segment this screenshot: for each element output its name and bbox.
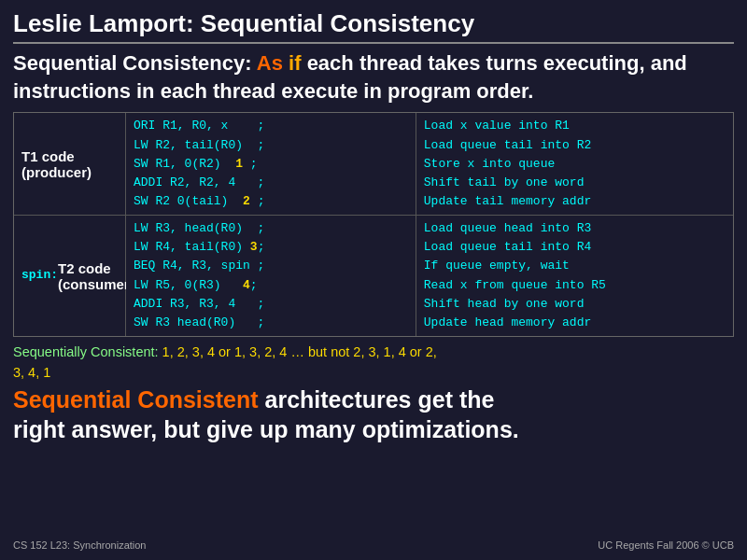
big-line2: right answer, but give up many optimizat… (13, 416, 519, 442)
slide: Leslie Lamport: Sequential Consistency S… (0, 0, 747, 560)
subtitle-if: if (289, 51, 301, 75)
seq-nums2: 3, 4, 1 (13, 365, 50, 380)
footer: CS 152 L23: Synchronization UC Regents F… (13, 539, 734, 551)
big-bottom-text: Sequential Consistent architectures get … (13, 385, 734, 445)
t1-row: T1 code (producer) ORI R1, R0, x ; LW R2… (14, 113, 733, 216)
subtitle-as: As (257, 51, 283, 75)
seq-consistent-note2: 3, 4, 1 (13, 363, 734, 382)
footer-left: CS 152 L23: Synchronization (13, 539, 146, 551)
t2-row: spin: T2 code (consumer) LW R3, head(R0)… (14, 216, 733, 336)
footer-right: UC Regents Fall 2006 © UCB (598, 539, 734, 551)
slide-title: Leslie Lamport: Sequential Consistency (13, 9, 734, 44)
seq-nums: 1, 2, 3, 4 or 1, 3, 2, 4 … but not 2, 3,… (162, 344, 437, 359)
spin-label: spin: (21, 268, 58, 282)
t1-comments: Load x value into R1 Load queue tail int… (416, 113, 733, 215)
seq-consistent-note: Sequentially Consistent: 1, 2, 3, 4 or 1… (13, 343, 734, 361)
t2-code: LW R3, head(R0) ; LW R4, tail(R0) 3; BEQ… (126, 216, 416, 336)
code-table: T1 code (producer) ORI R1, R0, x ; LW R2… (13, 112, 734, 337)
bottom-small-text: Sequentially Consistent: (13, 344, 162, 359)
subtitle-before: Sequential Consistency: (13, 51, 257, 75)
big-line1-after: architectures get the (259, 386, 495, 413)
sc-highlight: Sequential Consistent (13, 386, 259, 413)
t1-label: T1 code (producer) (14, 113, 126, 215)
subtitle: Sequential Consistency: As if each threa… (13, 49, 734, 105)
t2-comments: Load queue head into R3 Load queue tail … (416, 216, 733, 336)
t2-label: spin: T2 code (consumer) (14, 216, 126, 336)
t1-code: ORI R1, R0, x ; LW R2, tail(R0) ; SW R1,… (126, 113, 416, 215)
